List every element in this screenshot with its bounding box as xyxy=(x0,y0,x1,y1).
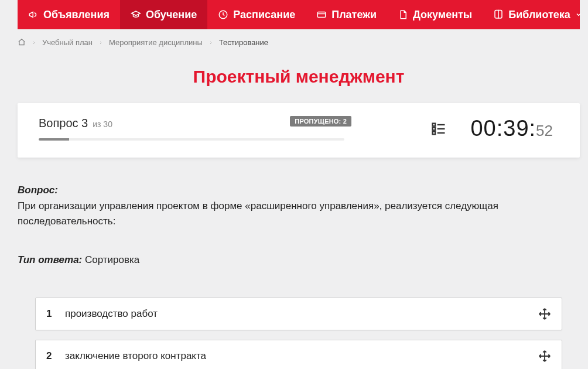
graduation-cap-icon xyxy=(131,9,141,20)
breadcrumb-link[interactable]: Мероприятие дисциплины xyxy=(109,38,203,47)
quiz-status-card: Вопрос 3 из 30 ПРОПУЩЕНО: 2 00:39:52 xyxy=(18,103,580,158)
breadcrumb-link[interactable]: Учебный план xyxy=(42,38,93,47)
progress-bar xyxy=(39,138,344,141)
nav-education[interactable]: Обучение xyxy=(120,0,207,29)
nav-schedule[interactable]: Расписание xyxy=(207,0,306,29)
card-icon xyxy=(316,9,327,20)
nav-documents[interactable]: Документы xyxy=(387,0,483,29)
timer: 00:39:52 xyxy=(470,116,553,141)
question-total-label: из 30 xyxy=(93,119,112,129)
nav-payments[interactable]: Платежи xyxy=(306,0,387,29)
nav-announcements[interactable]: Объявления xyxy=(18,0,120,29)
timer-seconds: 52 xyxy=(536,122,553,140)
skipped-badge: ПРОПУЩЕНО: 2 xyxy=(290,116,351,127)
chevron-right-icon xyxy=(32,40,36,45)
sort-item-text: заключение второго контракта xyxy=(65,350,530,362)
nav-label: Платежи xyxy=(331,9,377,21)
svg-rect-1 xyxy=(317,12,326,18)
sort-item-number: 1 xyxy=(46,308,57,320)
top-nav: Объявления Обучение Расписание Платежи xyxy=(18,0,580,29)
chevron-right-icon xyxy=(98,40,103,45)
sort-item[interactable]: 2 заключение второго контракта xyxy=(35,340,562,369)
breadcrumb-current: Тестирование xyxy=(219,38,268,47)
home-icon[interactable] xyxy=(18,38,26,46)
nav-label: Обучение xyxy=(146,9,197,21)
page-title: Проектный менеджмент xyxy=(18,67,580,87)
question-body: Вопрос: При организации управления проек… xyxy=(18,184,580,266)
nav-label: Расписание xyxy=(233,9,295,21)
chevron-right-icon xyxy=(208,40,213,45)
answer-type-label: Тип ответа: xyxy=(18,254,82,265)
svg-rect-4 xyxy=(433,131,436,134)
sort-item[interactable]: 1 производство работ xyxy=(35,298,562,330)
book-icon xyxy=(493,9,504,20)
question-heading-label: Вопрос: xyxy=(18,184,58,196)
nav-label: Библиотека xyxy=(508,9,570,21)
chevron-down-icon xyxy=(575,9,582,20)
clock-icon xyxy=(218,9,228,20)
sort-item-text: производство работ xyxy=(65,308,530,320)
nav-library[interactable]: Библиотека xyxy=(483,0,588,29)
answer-type-value: Сортировка xyxy=(85,254,139,265)
megaphone-icon xyxy=(28,9,39,20)
drag-handle-icon[interactable] xyxy=(538,350,551,363)
drag-handle-icon[interactable] xyxy=(538,308,551,320)
svg-rect-2 xyxy=(433,123,436,126)
progress-fill xyxy=(39,138,69,141)
document-icon xyxy=(398,9,408,20)
breadcrumb: Учебный план Мероприятие дисциплины Тест… xyxy=(18,29,580,55)
question-number-label: Вопрос 3 xyxy=(39,117,88,130)
timer-main: 00:39: xyxy=(470,116,536,141)
question-list-icon[interactable] xyxy=(430,121,447,137)
svg-rect-3 xyxy=(433,127,436,130)
question-text: При организации управления проектом в фо… xyxy=(18,199,580,228)
nav-label: Документы xyxy=(413,9,472,21)
sort-list: 1 производство работ 2 заключение второг… xyxy=(35,298,562,369)
nav-label: Объявления xyxy=(43,9,110,21)
sort-item-number: 2 xyxy=(46,350,57,362)
